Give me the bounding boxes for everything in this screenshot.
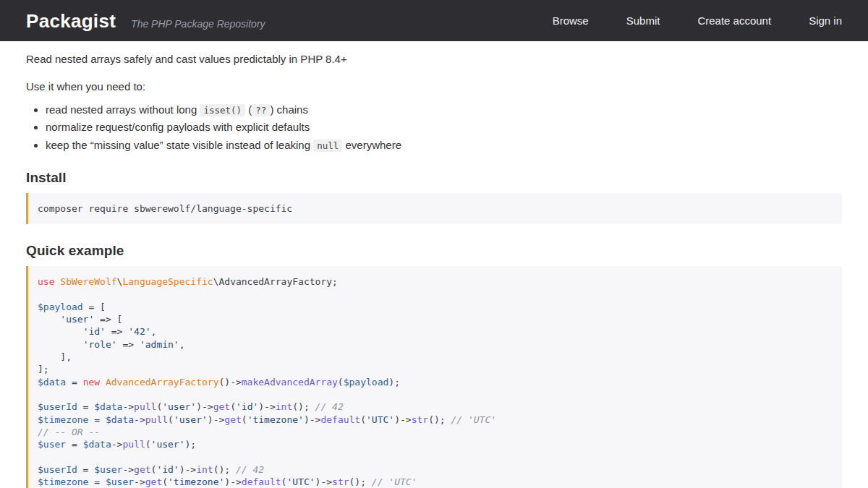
- logo-wrap: Packagist The PHP Package Repository: [26, 12, 265, 30]
- use-case-item: read nested arrays without long isset() …: [46, 104, 842, 116]
- site-header: Packagist The PHP Package Repository Bro…: [0, 0, 868, 41]
- intro-paragraph: Read nested arrays safely and cast value…: [26, 53, 842, 65]
- nav-sign-in[interactable]: Sign in: [809, 14, 842, 27]
- use-case-list: read nested arrays without long isset() …: [26, 104, 842, 152]
- quick-example-heading: Quick example: [26, 243, 842, 259]
- inline-code: ??: [252, 104, 270, 116]
- use-case-item: normalize request/config payloads with e…: [46, 121, 842, 134]
- nav-submit[interactable]: Submit: [626, 14, 660, 27]
- example-code-block: use SbWereWolf\LanguageSpecific\Advanced…: [26, 266, 842, 488]
- main-nav: Browse Submit Create account Sign in: [553, 14, 842, 27]
- inline-code: null: [313, 140, 342, 152]
- inline-code: isset(): [200, 104, 245, 116]
- packagist-logo[interactable]: Packagist: [26, 12, 116, 30]
- nav-create-account[interactable]: Create account: [697, 14, 771, 27]
- readme-content: Read nested arrays safely and cast value…: [0, 41, 868, 488]
- example-code: use SbWereWolf\LanguageSpecific\Advanced…: [38, 276, 496, 487]
- site-tagline: The PHP Package Repository: [131, 18, 265, 30]
- nav-browse[interactable]: Browse: [553, 14, 589, 27]
- install-heading: Install: [26, 170, 842, 186]
- install-code: composer require sbwerewolf/language-spe…: [38, 203, 292, 214]
- use-case-item: keep the “missing value” state visible i…: [46, 140, 842, 152]
- install-code-block: composer require sbwerewolf/language-spe…: [26, 193, 842, 224]
- use-when-paragraph: Use it when you need to:: [26, 80, 842, 93]
